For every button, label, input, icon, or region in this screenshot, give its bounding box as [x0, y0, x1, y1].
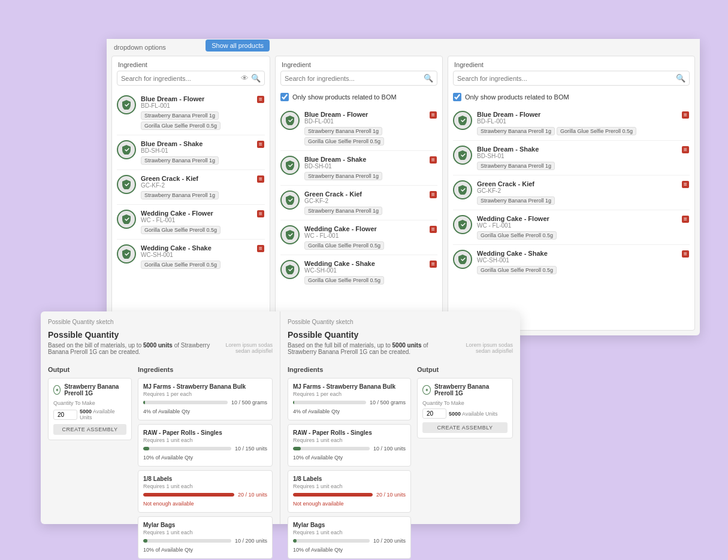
- ingredient-avail-text: Not enough available: [293, 501, 344, 507]
- output-card-right: ✦ Strawberry Banana Preroll 1G Quantity …: [417, 378, 513, 438]
- ingredient-bar-row: 10 / 200 units: [143, 538, 267, 544]
- product-action-icon[interactable]: ≡: [429, 111, 437, 121]
- product-action-icon[interactable]: ≡: [429, 156, 437, 166]
- show-all-button[interactable]: Show all products: [206, 40, 270, 52]
- product-sku: BD-SH-01: [477, 153, 676, 159]
- ingredient-sub: Requires 1 unit each: [293, 529, 406, 535]
- ingredient-bar-row: 10 / 150 units: [143, 446, 267, 452]
- product-tag: Strawberry Banana Preroll 1g: [477, 162, 555, 170]
- ingredient-card: Mylar BagsRequires 1 unit each10 / 200 u…: [138, 516, 273, 559]
- right-panel-label: Ingredient: [448, 56, 694, 71]
- product-info: Green Crack - KiefGC-KF-2Strawberry Bana…: [141, 175, 252, 199]
- product-action-icon[interactable]: ≡: [681, 250, 690, 260]
- product-tag: Gorilla Glue Selfie Preroll 0.5g: [477, 231, 557, 240]
- svg-text:≡: ≡: [684, 146, 687, 153]
- ingredient-name: 1/8 Labels: [143, 476, 267, 482]
- product-action-icon[interactable]: ≡: [681, 215, 690, 225]
- product-action-icon[interactable]: ≡: [429, 260, 437, 270]
- ingredient-bar-track: [143, 539, 231, 543]
- product-item: Wedding Cake - ShakeWC-SH-001Gorilla Glu…: [280, 255, 437, 289]
- qty-field[interactable]: [53, 410, 77, 420]
- product-tag: Strawberry Banana Preroll 1g: [141, 111, 219, 120]
- product-avatar: [280, 190, 300, 210]
- right-search-icon[interactable]: 🔍: [676, 74, 685, 83]
- product-action-icon[interactable]: ≡: [681, 111, 690, 121]
- product-sku: WC-SH-001: [141, 252, 252, 258]
- ingredient-avail-text: 10% of Available Qty: [143, 455, 193, 461]
- ingredient-sub: Requires 1 unit each: [293, 437, 406, 443]
- qty-input-row: 5000 Available Units: [53, 408, 126, 420]
- product-info: Green Crack - KiefGC-KF-2Strawberry Bana…: [304, 190, 424, 215]
- product-avatar: [453, 250, 472, 269]
- product-avatar: [453, 180, 472, 199]
- product-name: Wedding Cake - Flower: [477, 215, 676, 222]
- product-item: Blue Dream - FlowerBD-FL-001Strawberry B…: [453, 106, 690, 141]
- right-bom-label: Only show products related to BOM: [465, 93, 569, 101]
- ingredient-sub: Requires 1 unit each: [143, 437, 267, 443]
- product-action-icon[interactable]: ≡: [256, 210, 265, 220]
- svg-text:≡: ≡: [431, 191, 435, 198]
- product-tag: Strawberry Banana Preroll 1g: [477, 127, 555, 135]
- right-bom-checkbox[interactable]: [453, 93, 461, 101]
- product-item: Blue Dream - ShakeBD-SH-01Strawberry Ban…: [453, 141, 690, 175]
- product-action-icon[interactable]: ≡: [256, 244, 265, 255]
- product-tags: Gorilla Glue Selfie Preroll 0.5g: [477, 266, 676, 274]
- left-panel: Show all products Ingredient 👁 🔍 Blue Dr…: [111, 56, 270, 331]
- ingredient-avail-text: 10% of Available Qty: [293, 547, 343, 553]
- r-qty-input-row: 5000 Available Units: [422, 408, 508, 419]
- right-search-input[interactable]: [457, 75, 676, 82]
- product-action-icon[interactable]: ≡: [429, 225, 437, 235]
- product-action-icon[interactable]: ≡: [681, 180, 690, 190]
- ingredient-bar-track: [293, 447, 370, 450]
- create-assembly-button-right[interactable]: CREATE ASSEMBLY: [422, 422, 508, 433]
- product-item: Wedding Cake - FlowerWC - FL-001Gorilla …: [117, 205, 265, 240]
- create-assembly-button-left[interactable]: CREATE ASSEMBLY: [53, 424, 126, 435]
- product-tag: Strawberry Banana Preroll 1g: [304, 172, 382, 180]
- product-action-icon[interactable]: ≡: [681, 146, 690, 156]
- ingredient-bar-row: 10 / 500 grams: [143, 399, 267, 405]
- middle-bom-label: Only show products related to BOM: [292, 93, 397, 101]
- ingredient-bar-fill: [143, 447, 149, 450]
- middle-search-input[interactable]: [285, 75, 424, 82]
- product-action-icon[interactable]: ≡: [256, 95, 265, 105]
- r-qty-field[interactable]: [422, 408, 446, 419]
- right-bom-row: Only show products related to BOM: [448, 90, 694, 106]
- product-action-icon[interactable]: ≡: [429, 190, 437, 201]
- product-info: Blue Dream - ShakeBD-SH-01Strawberry Ban…: [141, 140, 252, 165]
- ingredient-bar-track: [293, 401, 366, 404]
- product-item: Wedding Cake - ShakeWC-SH-001Gorilla Glu…: [453, 245, 690, 279]
- product-action-icon[interactable]: ≡: [256, 140, 265, 150]
- svg-text:≡: ≡: [431, 261, 435, 267]
- product-avatar: [280, 260, 300, 279]
- middle-search-icon[interactable]: 🔍: [424, 74, 433, 83]
- ingredient-name: Mylar Bags: [293, 522, 406, 528]
- output-card-left: ✦ Strawberry Banana Preroll 1G Quantity …: [48, 378, 132, 440]
- search-icon[interactable]: 🔍: [251, 74, 261, 83]
- ingredient-bar-row: 10 / 200 units: [293, 538, 406, 544]
- product-tag: Strawberry Banana Preroll 1g: [141, 156, 219, 165]
- ingredient-bar-track: [143, 401, 228, 404]
- ingredient-bar-text: 10 / 500 grams: [370, 399, 406, 405]
- middle-bom-checkbox[interactable]: [280, 93, 289, 101]
- ingredient-bar-track: [293, 539, 370, 543]
- bottom-left-lorem: Lorem ipsum sodas sedan adipisflel: [216, 342, 273, 354]
- ingredient-avail-text: 4% of Available Qty: [293, 408, 340, 414]
- ingredient-bar-text: 20 / 10 units: [238, 492, 267, 498]
- product-action-icon[interactable]: ≡: [256, 175, 265, 185]
- ingredient-bar-text: 10 / 100 units: [373, 446, 406, 452]
- product-tags: Strawberry Banana Preroll 1gGorilla Glue…: [477, 127, 676, 135]
- ingredient-name: MJ Farms - Strawberry Banana Bulk: [143, 383, 267, 390]
- product-tag: Strawberry Banana Preroll 1g: [477, 196, 555, 205]
- bottom-left-output-col: Output ✦ Strawberry Banana Preroll 1G Qu…: [48, 366, 132, 560]
- product-tag: Gorilla Glue Selfie Preroll 0.5g: [304, 241, 384, 250]
- right-product-list: Blue Dream - FlowerBD-FL-001Strawberry B…: [448, 106, 694, 330]
- middle-search-bar: 🔍: [280, 71, 437, 86]
- bottom-right-title: Possible Quantity: [288, 330, 513, 340]
- svg-text:≡: ≡: [684, 181, 687, 187]
- ingredient-sub: Requires 1 unit each: [293, 483, 406, 489]
- left-search-input[interactable]: [121, 75, 241, 82]
- ingredient-bar-text: 10 / 200 units: [235, 538, 267, 544]
- ingredient-bar-text: 10 / 150 units: [235, 446, 267, 452]
- product-avatar: [453, 146, 472, 165]
- left-product-list: Blue Dream - FlowerBD-FL-001Strawberry B…: [112, 90, 270, 330]
